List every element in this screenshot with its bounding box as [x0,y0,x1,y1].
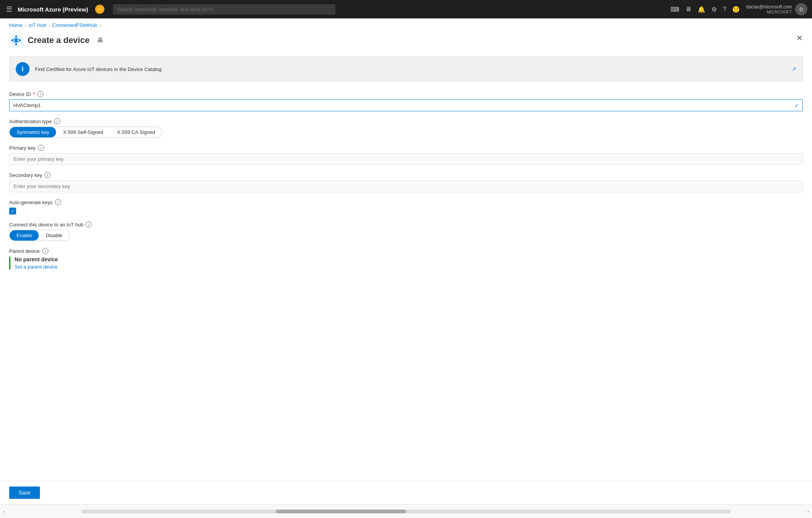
info-banner-icon: i [16,62,30,76]
secondary-key-info-icon[interactable]: i [45,172,51,178]
app-title: Microsoft Azure (Preview) [18,6,88,13]
auth-symmetric-key-button[interactable]: Symmetric key [10,127,56,137]
info-banner: i Find Certified for Azure IoT devices i… [9,56,803,82]
page-title: Create a device [28,35,89,45]
svg-point-5 [15,43,17,45]
checkbox-check-icon: ✓ [11,208,15,214]
info-banner-text: Find Certified for Azure IoT devices in … [35,66,162,72]
auto-generate-info-icon[interactable]: i [55,199,61,205]
auth-type-group: Symmetric key X.509 Self-Signed X.509 CA… [9,127,162,138]
device-id-input-wrapper: ✓ [9,99,803,111]
auth-type-info-icon[interactable]: i [54,118,60,124]
connect-enable-button[interactable]: Enable [10,230,39,241]
parent-device-info: No parent device Set a parent device [15,256,58,270]
global-search-input[interactable] [113,4,335,15]
help-icon[interactable]: ? [723,6,726,13]
device-id-input[interactable] [9,99,803,111]
parent-device-indicator [9,256,10,270]
scroll-left-arrow[interactable]: ‹ [0,509,8,514]
hamburger-icon[interactable]: ☰ [5,3,14,15]
auth-x509-ca-signed-button[interactable]: X.509 CA Signed [110,127,162,137]
close-button[interactable]: ✕ [796,33,803,43]
page-header: Create a device 🖶 ✕ [0,32,812,53]
primary-key-input[interactable] [9,153,803,165]
user-email: daclar@microsoft.com [746,4,792,10]
settings-icon[interactable]: ⚙ [711,6,717,13]
breadcrumb-hub-name[interactable]: ConnectedFSlotHub [52,22,97,28]
primary-key-section: Primary key i [9,145,803,165]
svg-point-1 [15,39,18,42]
scrollbar-area: ‹ › [0,504,812,518]
auth-x509-self-signed-button[interactable]: X.509 Self-Signed [56,127,110,137]
primary-key-label: Primary key i [9,145,803,151]
breadcrumb-iot-hub[interactable]: IoT Hub [28,22,46,28]
secondary-key-section: Secondary key i [9,172,803,192]
connect-device-section: Connect this device to an IoT hub i Enab… [9,221,803,241]
breadcrumb-sep-3: › [99,23,101,28]
page-icon [9,33,23,47]
connect-toggle-group: Enable Disable [9,230,70,241]
breadcrumb: Home › IoT Hub › ConnectedFSlotHub › [0,18,812,32]
auto-generate-checkbox-wrapper: ✓ [9,208,803,214]
notification-icon[interactable]: 🔔 [698,6,705,13]
save-button[interactable]: Save [9,487,40,499]
secondary-key-input[interactable] [9,180,803,192]
set-parent-device-link[interactable]: Set a parent device [15,264,58,270]
azure-badge[interactable]: ⚡ [95,5,104,14]
topbar: ☰ Microsoft Azure (Preview) ⚡ ⌨ 🖥 🔔 ⚙ ? … [0,0,812,18]
user-org: MICROSOFT [746,10,792,14]
breadcrumb-home[interactable]: Home [9,22,23,28]
device-id-info-icon[interactable]: i [37,91,43,97]
parent-device-content: No parent device Set a parent device [9,256,803,270]
print-icon[interactable]: 🖶 [97,37,103,44]
primary-key-info-icon[interactable]: i [38,145,44,151]
svg-point-2 [12,40,13,41]
auto-generate-label: Auto-generate keys i [9,199,803,205]
auto-generate-checkbox[interactable]: ✓ [9,208,16,214]
page-header-actions: 🖶 [97,37,103,44]
parent-device-section: Parent device i No parent device Set a p… [9,248,803,270]
connect-device-label: Connect this device to an IoT hub i [9,221,803,228]
auth-type-section: Authentication type i Symmetric key X.50… [9,118,803,138]
parent-device-label: Parent device i [9,248,803,254]
connect-device-info-icon[interactable]: i [86,221,92,228]
feedback-icon[interactable]: 🙂 [732,6,740,13]
device-id-check-icon: ✓ [794,102,799,109]
scroll-right-arrow[interactable]: › [804,509,812,514]
main-content: i Find Certified for Azure IoT devices i… [0,53,812,286]
svg-point-3 [19,40,21,41]
page-footer: Save [0,481,812,504]
connect-disable-button[interactable]: Disable [39,230,69,241]
breadcrumb-sep-2: › [48,23,50,28]
external-link-icon[interactable]: ↗ [792,66,796,72]
scrollbar-thumb[interactable] [276,510,406,513]
breadcrumb-sep-1: › [25,23,26,28]
parent-device-name: No parent device [15,256,58,262]
terminal-icon[interactable]: ⌨ [670,6,679,13]
topbar-icons: ⌨ 🖥 🔔 ⚙ ? 🙂 daclar@microsoft.com MICROSO… [670,3,807,15]
scrollbar-track[interactable] [81,510,731,513]
auto-generate-section: Auto-generate keys i ✓ [9,199,803,214]
parent-device-info-icon[interactable]: i [42,248,48,254]
required-marker: * [33,91,35,97]
auth-type-label: Authentication type i [9,118,803,124]
user-menu[interactable]: daclar@microsoft.com MICROSOFT D [746,3,807,15]
portal-icon[interactable]: 🖥 [685,6,692,13]
device-id-section: Device ID * i ✓ [9,91,803,111]
user-avatar[interactable]: D [795,3,807,15]
secondary-key-label: Secondary key i [9,172,803,178]
svg-point-4 [15,36,17,38]
device-id-label: Device ID * i [9,91,803,97]
